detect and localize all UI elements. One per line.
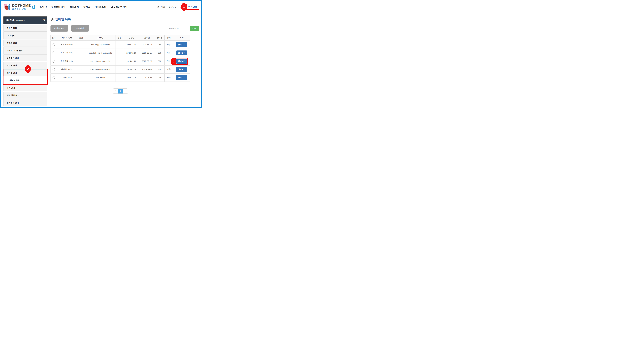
user-links: 로그아웃 | 정보수정 | 고객 1 마이닷홈 bbox=[157, 3, 199, 11]
domain-searchbox: 검색 bbox=[167, 26, 199, 31]
col-etc: 기타 bbox=[173, 35, 190, 40]
cell-status: 사용 bbox=[164, 65, 173, 74]
nav-webmail[interactable]: 웹메일 bbox=[83, 5, 90, 8]
mydothome-link[interactable]: 마이닷홈 bbox=[186, 4, 199, 10]
sidebar-item-hosting[interactable]: 호스팅 관리 bbox=[4, 40, 48, 46]
signout-arrow-icon bbox=[50, 18, 54, 21]
cell-status: 사용 bbox=[164, 40, 173, 49]
top-header: DOTHOME 호스팅은 닷홈 d 도메인 무료홈페이지 웹호스팅 웹메일 서버… bbox=[1, 1, 201, 13]
nav-free-homepage[interactable]: 무료홈페이지 bbox=[51, 5, 65, 8]
col-domain: 도메인 bbox=[85, 35, 116, 40]
col-apply-date: 신청일 bbox=[124, 35, 139, 40]
edit-info-link[interactable]: 정보수정 bbox=[168, 6, 176, 8]
cell-remain: 256 bbox=[155, 40, 164, 49]
detail-button[interactable]: 상세보기 bbox=[176, 50, 187, 55]
row-radio[interactable] bbox=[52, 76, 55, 79]
detail-button[interactable]: 상세보기 bbox=[176, 67, 187, 72]
cell-expire: 2025-02-28 bbox=[139, 57, 155, 65]
table-row: 무제한 3계정 3 mail.mm.kr 2022-12-19 2024-01-… bbox=[50, 74, 190, 82]
cell-domain: mail.jungjungwoo.com bbox=[85, 40, 116, 49]
row-radio[interactable] bbox=[52, 52, 55, 54]
pagination-prev[interactable]: < bbox=[113, 88, 118, 94]
sidebar-item-imagehosting[interactable]: 이미지호스팅 관리 bbox=[4, 47, 48, 54]
sidebar-item-recurring-payment[interactable]: 정기결제 관리 bbox=[4, 99, 48, 106]
cell-service: 베이직N 400M bbox=[57, 40, 77, 49]
extend-button[interactable]: 연장하기 bbox=[71, 25, 89, 32]
annotation-step-1-badge: 1 bbox=[181, 3, 187, 11]
nav-ssl[interactable]: SSL 보안인증서 bbox=[110, 5, 127, 8]
cell-count: . bbox=[77, 49, 85, 57]
col-select: 선택 bbox=[50, 35, 57, 40]
cell-status: 사용 bbox=[164, 49, 173, 57]
sidebar-title: 마이닷홈 bbox=[6, 19, 14, 22]
table-row: 베이직N 400M . mail.jungjungwoo.com 2023-11… bbox=[50, 40, 190, 49]
cell-count: . bbox=[77, 57, 85, 65]
sidebar-subtitle: My dothome bbox=[16, 19, 25, 21]
cell-remain: -31 bbox=[155, 74, 164, 82]
domain-search-input[interactable] bbox=[167, 26, 190, 31]
gear-icon[interactable]: ⚙ bbox=[43, 19, 45, 22]
page-title-row: 웹메일 목록 bbox=[50, 17, 199, 21]
top-navigation: 도메인 무료홈페이지 웹호스팅 웹메일 서버호스팅 SSL 보안인증서 bbox=[40, 5, 127, 8]
cell-apply: 2024-02-15 bbox=[124, 49, 139, 57]
nav-webhosting[interactable]: 웹호스팅 bbox=[70, 5, 79, 8]
annotation-step-3-badge: 3 bbox=[171, 58, 176, 65]
col-expire-date: 만료일 bbox=[139, 35, 155, 40]
table-row: 베이직N 400M . mail.dothome-manual.kr 2024-… bbox=[50, 57, 190, 65]
nav-serverhosting[interactable]: 서버호스팅 bbox=[94, 5, 106, 8]
col-service-type: 서비스 종류 bbox=[57, 35, 77, 40]
cell-option bbox=[116, 57, 124, 65]
search-button[interactable]: 검색 bbox=[190, 26, 199, 31]
row-radio[interactable] bbox=[52, 43, 55, 46]
cell-option bbox=[116, 65, 124, 74]
cell-expire: 2025-02-15 bbox=[139, 49, 155, 57]
cell-apply: 2023-11-10 bbox=[124, 40, 139, 49]
change-service-button[interactable]: 서비스 변경 bbox=[50, 25, 68, 32]
dothome-logo[interactable]: DOTHOME 호스팅은 닷홈 d bbox=[3, 3, 35, 10]
cell-option bbox=[116, 74, 124, 82]
cell-option bbox=[116, 49, 124, 57]
cell-count: . bbox=[77, 40, 85, 49]
cell-status: 사용 bbox=[164, 74, 173, 82]
logout-link[interactable]: 로그아웃 bbox=[157, 6, 165, 8]
cell-remain: 366 bbox=[155, 57, 164, 65]
row-radio[interactable] bbox=[52, 60, 55, 62]
pagination-page-1[interactable]: 1 bbox=[118, 88, 123, 94]
detail-button-step-3[interactable]: 상세보기 bbox=[176, 59, 187, 64]
cell-apply: 2024-02-28 bbox=[124, 65, 139, 74]
sidebar-item-domain[interactable]: 도메인 관리 bbox=[4, 24, 48, 32]
cell-option bbox=[116, 40, 124, 49]
webmail-table: 선택 서비스 종류 인원 도메인 옵션 신청일 만료일 잔여일 상태 기타 bbox=[50, 35, 190, 82]
table-row: 베이직N 400M . mail.dothome-manual.co.kr 20… bbox=[50, 49, 190, 57]
table-row: 무제한 3계정 3 mail.manul-dothome.kr 2024-02-… bbox=[50, 65, 190, 74]
toolbar: 서비스 변경 연장하기 검색 bbox=[50, 25, 199, 32]
pagination-next[interactable]: > bbox=[123, 88, 128, 94]
page-frame: DOTHOME 호스팅은 닷홈 d 도메인 무료홈페이지 웹호스팅 웹메일 서버… bbox=[0, 0, 202, 108]
sidebar: 마이닷홈 My dothome ⚙ 도메인 관리 DNS 관리 호스팅 관리 이… bbox=[4, 16, 48, 106]
pagination: < 1 > bbox=[113, 88, 128, 94]
cell-service: 베이직N 400M bbox=[57, 57, 77, 65]
cell-count: 3 bbox=[77, 65, 85, 74]
detail-button[interactable]: 상세보기 bbox=[176, 75, 187, 80]
sidebar-item-dns[interactable]: DNS 관리 bbox=[4, 32, 48, 39]
link-separator: | bbox=[166, 6, 167, 8]
col-status: 상태 bbox=[164, 35, 173, 40]
sidebar-item-builder[interactable]: 닷홈빌더 관리 bbox=[4, 54, 48, 62]
sidebar-subitem-webmail-list[interactable]: - 웹메일 목록 bbox=[4, 77, 48, 84]
sidebar-item-expiry-alerts[interactable]: 만료 알림 내역 bbox=[4, 92, 48, 99]
row-radio[interactable] bbox=[52, 68, 55, 71]
cell-domain: mail.manul-dothome.kr bbox=[85, 65, 116, 74]
mascot-logo-icon bbox=[3, 3, 11, 10]
detail-button[interactable]: 상세보기 bbox=[176, 42, 187, 47]
cell-domain: mail.dothome-manual.kr bbox=[85, 57, 116, 65]
cell-remain: 366 bbox=[155, 65, 164, 74]
cell-expire: 2024-01-28 bbox=[139, 74, 155, 82]
main-panel: 웹메일 목록 서비스 변경 연장하기 검색 선택 서비스 종류 bbox=[50, 16, 199, 94]
logo-brand: DOTHOME bbox=[12, 4, 31, 7]
link-separator: | bbox=[178, 6, 178, 8]
cell-expire: 2025-02-28 bbox=[139, 65, 155, 74]
nav-domain[interactable]: 도메인 bbox=[40, 5, 47, 8]
cell-apply: 2022-12-19 bbox=[124, 74, 139, 82]
col-option: 옵션 bbox=[116, 35, 124, 40]
sidebar-item-addon[interactable]: 부가 관리 bbox=[4, 84, 48, 91]
